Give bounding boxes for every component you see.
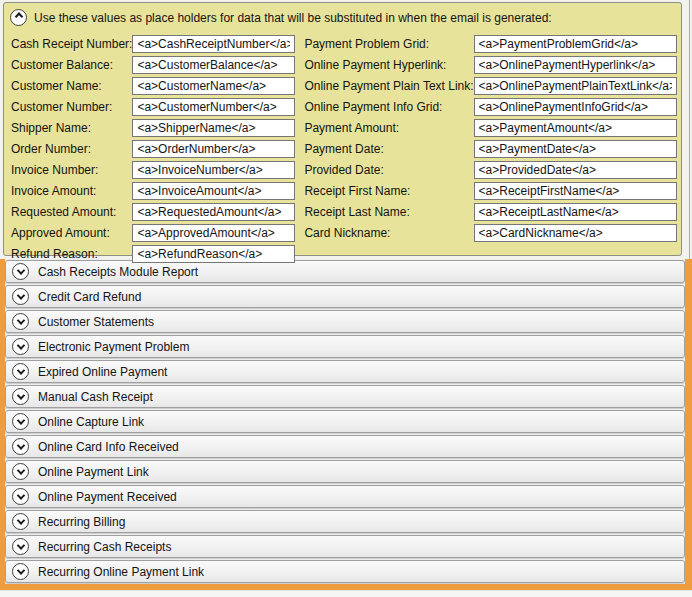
- expander-recurring-online-payment-link[interactable]: Recurring Online Payment Link: [5, 560, 685, 583]
- approved-amount-input[interactable]: [132, 224, 295, 242]
- field-row: Online Payment Hyperlink:: [304, 54, 676, 75]
- field-label: Card Nickname:: [304, 226, 390, 240]
- email-template-expander-list: Cash Receipts Module Report Credit Card …: [0, 259, 692, 590]
- chevron-down-icon: [16, 266, 24, 274]
- expander-label: Expired Online Payment: [38, 365, 167, 379]
- field-row: Provided Date:: [304, 159, 676, 180]
- refund-reason-input[interactable]: [132, 245, 295, 263]
- order-number-input[interactable]: [132, 140, 295, 158]
- expander-label: Manual Cash Receipt: [38, 390, 153, 404]
- expander-online-capture-link[interactable]: Online Capture Link: [5, 410, 685, 433]
- invoice-amount-input[interactable]: [132, 182, 295, 200]
- chevron-up-icon: [14, 12, 22, 20]
- chevron-down-icon: [16, 516, 24, 524]
- expander-label: Electronic Payment Problem: [38, 340, 189, 354]
- field-label: Requested Amount:: [11, 205, 116, 219]
- field-row: Payment Date:: [304, 138, 676, 159]
- expand-button[interactable]: [12, 313, 29, 330]
- chevron-down-icon: [16, 366, 24, 374]
- field-label: Order Number:: [11, 142, 91, 156]
- customer-name-input[interactable]: [132, 77, 295, 95]
- chevron-down-icon: [16, 291, 24, 299]
- expander-electronic-payment-problem[interactable]: Electronic Payment Problem: [5, 335, 685, 358]
- online-payment-hyperlink-input[interactable]: [474, 56, 677, 74]
- online-payment-plain-text-link-input[interactable]: [474, 77, 677, 95]
- expander-label: Online Capture Link: [38, 415, 144, 429]
- field-row: Invoice Amount:: [11, 180, 295, 201]
- field-label: Shipper Name:: [11, 121, 91, 135]
- expander-recurring-billing[interactable]: Recurring Billing: [5, 510, 685, 533]
- placeholder-fields-right-column: Payment Problem Grid: Online Payment Hyp…: [304, 33, 676, 264]
- chevron-down-icon: [16, 416, 24, 424]
- cash-receipt-number-input[interactable]: [132, 35, 295, 53]
- field-label: Approved Amount:: [11, 226, 110, 240]
- expander-expired-online-payment[interactable]: Expired Online Payment: [5, 360, 685, 383]
- expander-label: Online Card Info Received: [38, 440, 179, 454]
- requested-amount-input[interactable]: [132, 203, 295, 221]
- field-row: Receipt Last Name:: [304, 201, 676, 222]
- expander-manual-cash-receipt[interactable]: Manual Cash Receipt: [5, 385, 685, 408]
- chevron-down-icon: [16, 566, 24, 574]
- expand-button[interactable]: [12, 488, 29, 505]
- card-nickname-input[interactable]: [474, 224, 677, 242]
- field-label: Invoice Amount:: [11, 184, 96, 198]
- field-row: Customer Balance:: [11, 54, 295, 75]
- customer-number-input[interactable]: [132, 98, 295, 116]
- expand-button[interactable]: [12, 288, 29, 305]
- expand-button[interactable]: [12, 413, 29, 430]
- placeholder-fields: Cash Receipt Number: Customer Balance: C…: [4, 27, 681, 264]
- field-label: Receipt First Name:: [304, 184, 410, 198]
- collapse-panel-button[interactable]: [10, 9, 27, 26]
- chevron-down-icon: [16, 466, 24, 474]
- expander-label: Recurring Billing: [38, 515, 125, 529]
- chevron-down-icon: [16, 441, 24, 449]
- invoice-number-input[interactable]: [132, 161, 295, 179]
- customer-balance-input[interactable]: [132, 56, 295, 74]
- payment-amount-input[interactable]: [474, 119, 677, 137]
- expander-online-payment-received[interactable]: Online Payment Received: [5, 485, 685, 508]
- expander-label: Credit Card Refund: [38, 290, 141, 304]
- field-label: Cash Receipt Number:: [11, 37, 132, 51]
- field-label: Online Payment Plain Text Link:: [304, 79, 473, 93]
- expander-label: Cash Receipts Module Report: [38, 265, 198, 279]
- placeholder-panel-region: Use these values as place holders for da…: [0, 0, 692, 259]
- field-row: Online Payment Plain Text Link:: [304, 75, 676, 96]
- online-payment-info-grid-input[interactable]: [474, 98, 677, 116]
- placeholder-panel-header: Use these values as place holders for da…: [4, 3, 681, 27]
- expander-recurring-cash-receipts[interactable]: Recurring Cash Receipts: [5, 535, 685, 558]
- expand-button[interactable]: [12, 363, 29, 380]
- window-bottom-edge: [0, 590, 692, 597]
- expand-button[interactable]: [12, 538, 29, 555]
- expand-button[interactable]: [12, 263, 29, 280]
- expand-button[interactable]: [12, 463, 29, 480]
- expand-button[interactable]: [12, 513, 29, 530]
- field-label: Online Payment Info Grid:: [304, 100, 442, 114]
- expander-credit-card-refund[interactable]: Credit Card Refund: [5, 285, 685, 308]
- field-label: Customer Number:: [11, 100, 112, 114]
- expander-customer-statements[interactable]: Customer Statements: [5, 310, 685, 333]
- shipper-name-input[interactable]: [132, 119, 295, 137]
- receipt-first-name-input[interactable]: [474, 182, 677, 200]
- expander-label: Customer Statements: [38, 315, 154, 329]
- field-label: Customer Name:: [11, 79, 102, 93]
- expander-online-card-info-received[interactable]: Online Card Info Received: [5, 435, 685, 458]
- field-row: Refund Reason:: [11, 243, 295, 264]
- field-row: Order Number:: [11, 138, 295, 159]
- field-label: Refund Reason:: [11, 247, 98, 261]
- expander-online-payment-link[interactable]: Online Payment Link: [5, 460, 685, 483]
- field-label: Invoice Number:: [11, 163, 98, 177]
- chevron-down-icon: [16, 491, 24, 499]
- chevron-down-icon: [16, 541, 24, 549]
- expand-button[interactable]: [12, 563, 29, 580]
- chevron-down-icon: [16, 391, 24, 399]
- payment-date-input[interactable]: [474, 140, 677, 158]
- payment-problem-grid-input[interactable]: [474, 35, 677, 53]
- field-row: Payment Problem Grid:: [304, 33, 676, 54]
- field-label: Payment Date:: [304, 142, 383, 156]
- expand-button[interactable]: [12, 388, 29, 405]
- provided-date-input[interactable]: [474, 161, 677, 179]
- expand-button[interactable]: [12, 338, 29, 355]
- expand-button[interactable]: [12, 438, 29, 455]
- receipt-last-name-input[interactable]: [474, 203, 677, 221]
- placeholder-fields-left-column: Cash Receipt Number: Customer Balance: C…: [11, 33, 295, 264]
